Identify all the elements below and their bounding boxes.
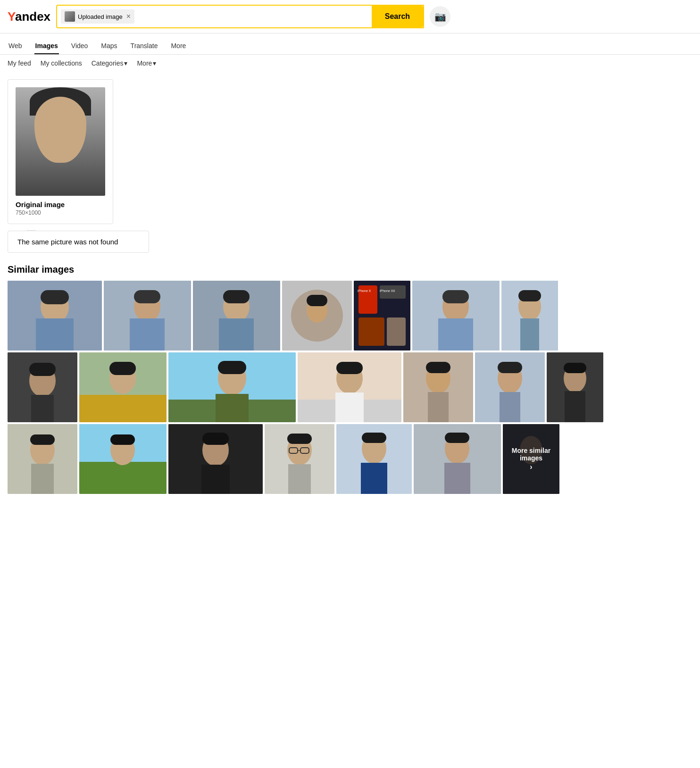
similar-image-7-svg	[501, 281, 558, 351]
similar-image-1[interactable]	[8, 281, 102, 351]
similar-image-2-svg	[104, 281, 191, 351]
similar-image-9-svg	[79, 352, 167, 422]
similar-image-19[interactable]	[336, 424, 412, 494]
svg-rect-26	[438, 318, 473, 351]
similar-row-2	[8, 352, 692, 422]
svg-rect-25	[442, 290, 469, 303]
subnav-more[interactable]: More ▾	[137, 59, 156, 67]
svg-rect-59	[564, 363, 586, 373]
similar-image-20-svg	[414, 424, 501, 494]
subnav-my-feed[interactable]: My feed	[8, 59, 31, 67]
search-button[interactable]: Search	[372, 6, 423, 27]
similar-image-16[interactable]	[79, 424, 167, 494]
svg-rect-56	[500, 392, 520, 422]
svg-rect-22	[387, 317, 406, 346]
search-input[interactable]	[134, 9, 368, 25]
tab-translate[interactable]: Translate	[130, 38, 159, 54]
search-bar: Uploaded image × Search	[56, 5, 424, 28]
similar-image-15[interactable]	[8, 424, 77, 494]
similar-image-13-svg	[475, 352, 545, 422]
similar-image-6-svg	[412, 281, 500, 351]
remove-image-button[interactable]: ×	[126, 13, 131, 20]
svg-rect-42	[218, 361, 246, 374]
similar-image-18[interactable]	[265, 424, 334, 494]
camera-search-button[interactable]: 📷	[430, 6, 450, 27]
similar-image-12-svg	[403, 352, 473, 422]
subnav-categories[interactable]: Categories ▾	[92, 59, 128, 67]
similar-image-4[interactable]	[282, 281, 352, 351]
more-arrow-icon: ›	[530, 463, 532, 471]
svg-rect-86	[445, 433, 469, 443]
svg-rect-60	[565, 391, 585, 422]
similar-image-6[interactable]	[412, 281, 500, 351]
svg-text:iPhone XII: iPhone XII	[380, 289, 395, 292]
similar-image-12[interactable]	[403, 352, 473, 422]
similar-row-3: More similar images ›	[8, 424, 692, 494]
tooltip-arrow	[26, 226, 36, 231]
svg-text:iPhone X: iPhone X	[358, 289, 371, 292]
similar-image-3[interactable]	[193, 281, 280, 351]
tab-video[interactable]: Video	[70, 38, 89, 54]
tab-more[interactable]: More	[170, 38, 187, 54]
similar-image-11-svg	[298, 352, 401, 422]
similar-image-2[interactable]	[104, 281, 191, 351]
svg-rect-33	[29, 363, 56, 376]
svg-rect-47	[336, 362, 363, 374]
search-bar-inner: Uploaded image ×	[57, 9, 372, 25]
more-similar-label: More similar images	[503, 447, 559, 462]
similar-image-15-svg	[8, 424, 77, 494]
similar-image-8[interactable]	[8, 352, 77, 422]
svg-rect-38	[109, 362, 136, 375]
categories-chevron-icon: ▾	[124, 59, 127, 67]
svg-rect-48	[335, 392, 364, 422]
svg-rect-83	[361, 463, 387, 494]
similar-image-more[interactable]: More similar images ›	[503, 424, 559, 494]
similar-image-17[interactable]	[168, 424, 263, 494]
main-content: Original image 750×1000 The same picture…	[0, 72, 700, 501]
svg-rect-79	[288, 464, 311, 494]
tab-maps[interactable]: Maps	[100, 38, 118, 54]
original-image-block: Original image 750×1000	[8, 79, 113, 224]
similar-image-4-svg	[282, 281, 352, 351]
not-found-tooltip: The same picture was not found	[8, 226, 692, 253]
uploaded-image-tag: Uploaded image ×	[61, 9, 134, 24]
sub-nav: My feed My collections Categories ▾ More…	[0, 55, 700, 72]
similar-image-10-svg	[168, 352, 296, 422]
similar-image-1-svg	[8, 281, 102, 351]
similar-image-14-svg	[547, 352, 603, 422]
camera-icon: 📷	[434, 11, 446, 22]
yandex-logo[interactable]: Yandex	[8, 9, 50, 24]
tooltip-arrow-inner	[27, 226, 35, 230]
tab-web[interactable]: Web	[8, 38, 23, 54]
svg-rect-10	[223, 290, 250, 303]
svg-rect-36	[79, 395, 167, 422]
svg-rect-43	[216, 394, 249, 422]
similar-image-16-svg	[79, 424, 167, 494]
similar-image-19-svg	[336, 424, 412, 494]
svg-rect-82	[362, 433, 386, 443]
not-found-text: The same picture was not found	[17, 238, 118, 246]
similar-image-10[interactable]	[168, 352, 296, 422]
similar-image-9[interactable]	[79, 352, 167, 422]
similar-image-13[interactable]	[475, 352, 545, 422]
svg-rect-2	[41, 290, 69, 304]
original-image-size: 750×1000	[16, 209, 105, 216]
similar-image-20[interactable]	[414, 424, 501, 494]
more-chevron-icon: ▾	[153, 59, 156, 67]
similar-image-14[interactable]	[547, 352, 603, 422]
subnav-my-collections[interactable]: My collections	[41, 59, 82, 67]
similar-image-3-svg	[193, 281, 280, 351]
svg-rect-51	[426, 362, 450, 373]
svg-rect-29	[518, 290, 541, 301]
svg-rect-3	[36, 318, 74, 351]
not-found-box: The same picture was not found	[8, 231, 149, 253]
svg-rect-15	[307, 295, 327, 306]
original-image-preview	[16, 87, 105, 196]
more-similar-overlay[interactable]: More similar images ›	[503, 424, 559, 494]
similar-image-7[interactable]	[501, 281, 558, 351]
svg-rect-87	[444, 463, 470, 494]
similar-image-11[interactable]	[298, 352, 401, 422]
tab-images[interactable]: Images	[34, 38, 59, 54]
svg-rect-66	[79, 462, 167, 494]
similar-image-5[interactable]: iPhone X iPhone XII	[354, 281, 410, 351]
